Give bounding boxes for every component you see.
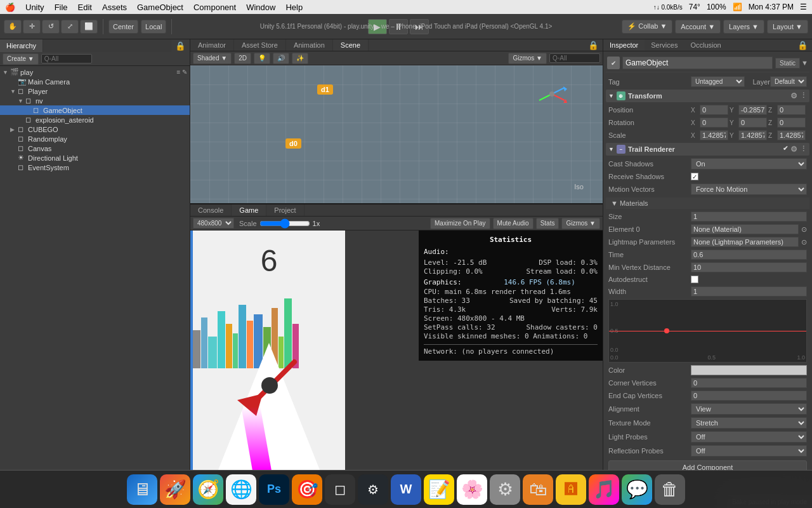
inspector-lock[interactable]: 🔒 [794, 39, 812, 51]
dock-photoshop[interactable]: Ps [259, 474, 289, 505]
transform-section-header[interactable]: ▼ ⊕ Transform ⚙ ⋮ [606, 90, 809, 102]
static-dropdown[interactable]: ▼ [801, 59, 808, 67]
end-cap-field[interactable] [691, 391, 807, 401]
gameobject-icon[interactable]: ✔ [607, 57, 620, 69]
dock-notes[interactable]: 📝 [424, 474, 454, 505]
shading-dropdown[interactable]: Shaded ▼ [193, 53, 232, 64]
local-toggle[interactable]: Local [141, 20, 166, 34]
tab-animation[interactable]: Animation [286, 39, 333, 51]
reflection-probes-select[interactable]: Off [691, 445, 807, 457]
element0-picker[interactable]: ⊙ [801, 225, 807, 234]
rot-z-field[interactable] [777, 117, 806, 128]
list-item[interactable]: ▼ ◻ Player [0, 86, 190, 96]
list-item[interactable]: ◻ Randomplay [0, 134, 190, 144]
menu-edit[interactable]: Edit [78, 3, 92, 12]
motion-vectors-select[interactable]: Force No Motion [691, 184, 807, 195]
dock-launchpad[interactable]: 🚀 [160, 474, 190, 505]
width-curve-widget[interactable]: 1.0 0.5 0.0 0.0 0.5 1.0 [608, 299, 807, 363]
menu-window[interactable]: Window [246, 3, 275, 12]
menu-file[interactable]: File [55, 3, 68, 12]
layout-button[interactable]: Layout ▼ [767, 20, 808, 34]
pos-x-field[interactable] [700, 105, 728, 115]
rot-x-field[interactable] [700, 117, 728, 128]
dock-sketch[interactable]: 🅰 [556, 474, 586, 505]
lighting-toggle[interactable]: 💡 [254, 53, 270, 64]
dock-github[interactable]: ⚙ [358, 474, 388, 505]
trail-overflow[interactable]: ⋮ [800, 145, 807, 154]
pos-z-field[interactable] [777, 105, 806, 115]
collab-button[interactable]: ⚡ Collab ▼ [622, 20, 672, 34]
scale-y-field[interactable] [738, 130, 767, 140]
list-item[interactable]: ◻ Canvas [0, 144, 190, 153]
tag-select[interactable]: Untagged [691, 76, 745, 87]
game-gizmos[interactable]: Gizmos ▼ [561, 218, 600, 229]
scale-x-field[interactable] [700, 130, 728, 140]
gizmos-toggle[interactable]: Gizmos ▼ [508, 53, 547, 64]
hand-tool[interactable]: ✋ [4, 20, 22, 34]
size-field[interactable] [691, 211, 807, 222]
list-item[interactable]: 📷 Main Camera [0, 77, 190, 86]
scale-slider[interactable] [259, 218, 310, 229]
list-item[interactable]: ◻ EventSystem [0, 163, 190, 172]
effects-toggle[interactable]: ✨ [292, 53, 308, 64]
maximize-on-play[interactable]: Maximize On Play [430, 218, 490, 229]
scene-viewport[interactable]: d1 d0 Iso [190, 65, 603, 203]
hierarchy-create[interactable]: Create ▼ [3, 53, 39, 65]
tab-inspector[interactable]: Inspector [603, 39, 645, 51]
transform-overflow[interactable]: ⋮ [800, 91, 807, 100]
list-item[interactable]: ☀ Directional Light [0, 153, 190, 163]
dock-system-prefs[interactable]: ⚙ [490, 474, 520, 505]
tab-occlusion[interactable]: Occlusion [684, 39, 727, 51]
hierarchy-lock[interactable]: 🔒 [171, 39, 190, 52]
tab-services[interactable]: Services [645, 39, 684, 51]
width-field[interactable] [691, 286, 807, 297]
resolution-select[interactable]: 480x800 [193, 218, 234, 229]
color-swatch[interactable] [691, 365, 807, 375]
dock-blender[interactable]: 🎯 [292, 474, 322, 505]
lightmap-picker[interactable]: ⊙ [801, 238, 807, 246]
scale-tool[interactable]: ⤢ [61, 20, 79, 34]
move-tool[interactable]: ✛ [23, 20, 41, 34]
dock-app1[interactable]: 🛍 [523, 474, 553, 505]
transform-gizmo[interactable] [533, 75, 571, 113]
dock-trash[interactable]: 🗑 [655, 474, 685, 505]
apple-menu[interactable]: 🍎 [5, 3, 15, 12]
lightmap-field[interactable] [691, 237, 799, 247]
list-item[interactable]: ▼ ◻ nv [0, 96, 190, 105]
element0-field[interactable] [691, 224, 799, 234]
tab-animator[interactable]: Animator [190, 39, 234, 51]
hierarchy-search[interactable] [41, 54, 92, 64]
trail-settings[interactable]: ⚙ [790, 145, 797, 154]
dock-unity[interactable]: ◻ [325, 474, 355, 505]
curve-point[interactable] [664, 328, 669, 333]
rot-y-field[interactable] [738, 117, 767, 128]
mute-audio[interactable]: Mute Audio [493, 218, 534, 229]
tab-hierarchy[interactable]: Hierarchy [0, 39, 43, 52]
tab-scene[interactable]: Scene [333, 39, 369, 51]
dock-finder[interactable]: 🖥 [127, 474, 157, 505]
scene-search[interactable] [549, 53, 600, 63]
transform-settings[interactable]: ⚙ [790, 91, 797, 100]
corner-vertices-field[interactable] [691, 378, 807, 388]
time-field[interactable] [691, 250, 807, 260]
autodestruct-checkbox[interactable] [691, 276, 698, 283]
menu-unity[interactable]: Unity [25, 3, 44, 12]
tab-asset-store[interactable]: Asset Store [234, 39, 286, 51]
min-vertex-field[interactable] [691, 262, 807, 272]
list-item[interactable]: ◻ explosion_asteroid [0, 115, 190, 124]
list-item[interactable]: ▼ 🎬 play ≡ ✎ [0, 67, 190, 77]
dock-chrome[interactable]: 🌐 [226, 474, 256, 505]
audio-toggle[interactable]: 🔊 [273, 53, 289, 64]
rotate-tool[interactable]: ↺ [42, 20, 60, 34]
stats-toggle[interactable]: Stats [536, 218, 560, 229]
tab-project[interactable]: Project [266, 204, 304, 216]
texture-mode-select[interactable]: Stretch [691, 417, 807, 429]
list-item[interactable]: ◻ GameObject [0, 105, 190, 115]
menu-gameobject[interactable]: GameObject [137, 3, 183, 12]
light-probes-select[interactable]: Off [691, 431, 807, 443]
dock-itunes[interactable]: 🎵 [589, 474, 619, 505]
pos-y-field[interactable] [738, 105, 767, 115]
layer-select[interactable]: Default [770, 76, 807, 87]
account-button[interactable]: Account ▼ [675, 20, 721, 34]
menu-component[interactable]: Component [193, 3, 236, 12]
